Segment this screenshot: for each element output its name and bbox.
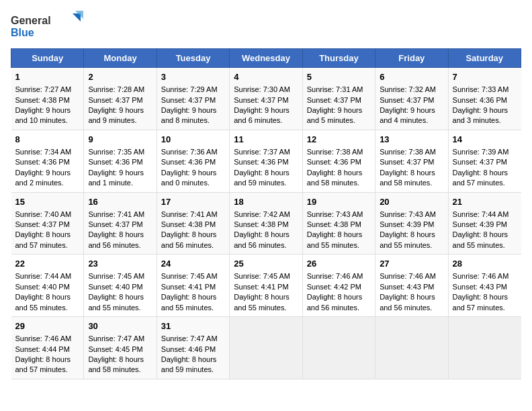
sunrise-time: Sunrise: 7:37 AM — [234, 148, 290, 156]
sunrise-time: Sunrise: 7:44 AM — [15, 272, 72, 280]
sunset-time: Sunset: 4:40 PM — [15, 283, 70, 291]
sunset-time: Sunset: 4:38 PM — [234, 220, 288, 228]
sunset-time: Sunset: 4:40 PM — [88, 283, 142, 291]
day-number: 3 — [161, 71, 225, 83]
sunrise-time: Sunrise: 7:34 AM — [15, 148, 72, 156]
sunset-time: Sunset: 4:36 PM — [15, 158, 70, 166]
daylight-hours: Daylight: 8 hours and 58 minutes. — [380, 169, 435, 187]
svg-text:Blue: Blue — [11, 27, 34, 38]
daylight-hours: Daylight: 8 hours and 55 minutes. — [15, 293, 71, 311]
daylight-hours: Daylight: 9 hours and 6 minutes. — [234, 106, 290, 124]
header-tuesday: Tuesday — [157, 49, 229, 68]
calendar-cell: 17Sunrise: 7:41 AMSunset: 4:38 PMDayligh… — [157, 192, 229, 255]
sunrise-time: Sunrise: 7:44 AM — [453, 210, 509, 218]
day-number: 30 — [88, 320, 152, 332]
sunset-time: Sunset: 4:43 PM — [453, 283, 507, 291]
header-thursday: Thursday — [302, 49, 375, 68]
sunset-time: Sunset: 4:38 PM — [307, 220, 361, 228]
day-number: 29 — [15, 320, 80, 332]
sunrise-time: Sunrise: 7:30 AM — [234, 85, 290, 93]
day-number: 12 — [307, 134, 371, 146]
daylight-hours: Daylight: 8 hours and 58 minutes. — [88, 355, 144, 373]
daylight-hours: Daylight: 9 hours and 3 minutes. — [453, 106, 508, 124]
sunset-time: Sunset: 4:37 PM — [453, 158, 507, 166]
sunset-time: Sunset: 4:38 PM — [161, 220, 216, 228]
logo-icon: General Blue — [11, 11, 85, 40]
sunrise-time: Sunrise: 7:40 AM — [15, 210, 72, 218]
daylight-hours: Daylight: 8 hours and 56 minutes. — [307, 293, 363, 311]
daylight-hours: Daylight: 9 hours and 2 minutes. — [15, 169, 71, 187]
day-number: 6 — [380, 71, 443, 83]
sunset-time: Sunset: 4:41 PM — [234, 283, 288, 291]
sunset-time: Sunset: 4:42 PM — [307, 283, 361, 291]
day-number: 24 — [161, 258, 225, 270]
sunset-time: Sunset: 4:37 PM — [88, 96, 142, 104]
sunrise-time: Sunrise: 7:46 AM — [307, 272, 363, 280]
day-number: 19 — [307, 196, 371, 208]
header-saturday: Saturday — [448, 49, 521, 68]
sunrise-time: Sunrise: 7:41 AM — [161, 210, 218, 218]
calendar-cell: 21Sunrise: 7:44 AMSunset: 4:39 PMDayligh… — [448, 192, 521, 255]
calendar-cell: 6Sunrise: 7:32 AMSunset: 4:37 PMDaylight… — [375, 68, 448, 130]
calendar-cell: 25Sunrise: 7:45 AMSunset: 4:41 PMDayligh… — [230, 255, 302, 317]
sunset-time: Sunset: 4:39 PM — [453, 220, 507, 228]
day-number: 10 — [161, 134, 225, 146]
day-number: 2 — [88, 71, 152, 83]
page-header: General Blue — [11, 11, 521, 40]
daylight-hours: Daylight: 8 hours and 56 minutes. — [380, 293, 435, 311]
sunset-time: Sunset: 4:37 PM — [234, 96, 288, 104]
day-number: 13 — [380, 134, 443, 146]
day-number: 20 — [380, 196, 443, 208]
header-sunday: Sunday — [11, 49, 84, 68]
svg-text:General: General — [11, 15, 51, 26]
day-number: 5 — [307, 71, 371, 83]
calendar-cell: 27Sunrise: 7:46 AMSunset: 4:43 PMDayligh… — [375, 255, 448, 317]
daylight-hours: Daylight: 8 hours and 55 minutes. — [234, 293, 290, 311]
calendar-cell: 12Sunrise: 7:38 AMSunset: 4:36 PMDayligh… — [302, 130, 375, 192]
sunset-time: Sunset: 4:37 PM — [307, 96, 361, 104]
day-number: 26 — [307, 258, 371, 270]
day-number: 25 — [234, 258, 298, 270]
sunrise-time: Sunrise: 7:38 AM — [307, 148, 363, 156]
calendar-cell — [448, 317, 521, 379]
calendar-cell: 22Sunrise: 7:44 AMSunset: 4:40 PMDayligh… — [11, 255, 84, 317]
day-number: 8 — [15, 134, 80, 146]
sunset-time: Sunset: 4:39 PM — [380, 220, 434, 228]
calendar-cell: 2Sunrise: 7:28 AMSunset: 4:37 PMDaylight… — [84, 68, 157, 130]
daylight-hours: Daylight: 8 hours and 59 minutes. — [234, 169, 290, 187]
sunset-time: Sunset: 4:41 PM — [161, 283, 216, 291]
day-number: 28 — [453, 258, 517, 270]
calendar-cell: 7Sunrise: 7:33 AMSunset: 4:36 PMDaylight… — [448, 68, 521, 130]
calendar-cell: 28Sunrise: 7:46 AMSunset: 4:43 PMDayligh… — [448, 255, 521, 317]
daylight-hours: Daylight: 8 hours and 56 minutes. — [234, 230, 290, 248]
calendar-cell: 20Sunrise: 7:43 AMSunset: 4:39 PMDayligh… — [375, 192, 448, 255]
sunset-time: Sunset: 4:37 PM — [88, 220, 142, 228]
day-number: 22 — [15, 258, 80, 270]
calendar-cell: 14Sunrise: 7:39 AMSunset: 4:37 PMDayligh… — [448, 130, 521, 192]
daylight-hours: Daylight: 8 hours and 55 minutes. — [88, 293, 144, 311]
daylight-hours: Daylight: 8 hours and 57 minutes. — [453, 169, 508, 187]
sunset-time: Sunset: 4:46 PM — [161, 345, 216, 353]
daylight-hours: Daylight: 8 hours and 57 minutes. — [15, 355, 71, 373]
sunset-time: Sunset: 4:44 PM — [15, 345, 70, 353]
header-monday: Monday — [84, 49, 157, 68]
day-number: 31 — [161, 320, 225, 332]
calendar-cell: 18Sunrise: 7:42 AMSunset: 4:38 PMDayligh… — [230, 192, 302, 255]
daylight-hours: Daylight: 8 hours and 55 minutes. — [380, 230, 435, 248]
day-number: 16 — [88, 196, 152, 208]
sunrise-time: Sunrise: 7:36 AM — [161, 148, 218, 156]
week-row-5: 29Sunrise: 7:46 AMSunset: 4:44 PMDayligh… — [11, 317, 521, 379]
calendar-cell: 16Sunrise: 7:41 AMSunset: 4:37 PMDayligh… — [84, 192, 157, 255]
daylight-hours: Daylight: 8 hours and 57 minutes. — [453, 293, 508, 311]
week-row-1: 1Sunrise: 7:27 AMSunset: 4:38 PMDaylight… — [11, 68, 521, 130]
calendar-cell — [230, 317, 302, 379]
daylight-hours: Daylight: 8 hours and 59 minutes. — [161, 355, 217, 373]
sunrise-time: Sunrise: 7:39 AM — [453, 148, 509, 156]
sunset-time: Sunset: 4:37 PM — [161, 96, 216, 104]
sunrise-time: Sunrise: 7:46 AM — [380, 272, 436, 280]
daylight-hours: Daylight: 9 hours and 10 minutes. — [15, 106, 71, 124]
sunrise-time: Sunrise: 7:47 AM — [88, 334, 144, 342]
daylight-hours: Daylight: 9 hours and 8 minutes. — [161, 106, 217, 124]
sunrise-time: Sunrise: 7:42 AM — [234, 210, 290, 218]
calendar-cell: 31Sunrise: 7:47 AMSunset: 4:46 PMDayligh… — [157, 317, 229, 379]
